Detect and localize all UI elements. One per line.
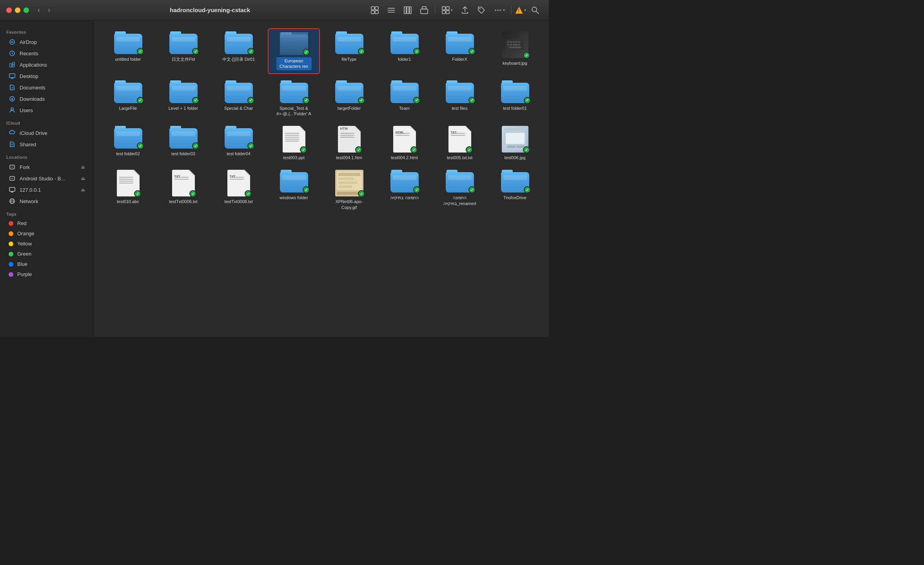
svg-rect-10 bbox=[421, 9, 428, 14]
list-item[interactable]: ✓ Special_Test & #+-@,(...'Folder' A bbox=[268, 77, 320, 120]
more-button[interactable] bbox=[490, 4, 508, 16]
localhost-eject[interactable]: ⏏ bbox=[81, 187, 85, 193]
list-item[interactable]: ✓ TriofoxDrive bbox=[489, 167, 541, 213]
sync-badge: ✓ bbox=[523, 52, 530, 59]
list-item[interactable]: ✓ test folder04 bbox=[212, 123, 265, 164]
close-button[interactable] bbox=[6, 7, 12, 13]
sync-badge: ✓ bbox=[303, 186, 310, 193]
sidebar-item-fork[interactable]: Fork ⏏ bbox=[2, 162, 91, 173]
doc-icon-wrapper: TXT ✓ bbox=[227, 170, 250, 196]
list-item[interactable]: ✓ test010.abc bbox=[102, 167, 154, 213]
downloads-icon bbox=[9, 95, 16, 102]
svg-rect-46 bbox=[510, 41, 512, 43]
share-button[interactable] bbox=[457, 4, 472, 16]
list-item[interactable]: ✓ התמונה בתיקייה_renamed bbox=[434, 167, 486, 213]
svg-rect-45 bbox=[507, 41, 509, 43]
sidebar-item-airdrop[interactable]: AirDrop bbox=[2, 36, 91, 47]
sidebar-item-tag-purple[interactable]: Purple bbox=[2, 269, 91, 279]
tag-button[interactable] bbox=[474, 4, 489, 16]
list-item[interactable]: HTM ✓ test004.1.htm bbox=[323, 123, 375, 164]
sidebar-item-documents[interactable]: Documents bbox=[2, 82, 91, 93]
list-item[interactable]: ✓ test folder02 bbox=[102, 123, 154, 164]
list-item[interactable]: ✓ XPNet06-apo-Copy.gif bbox=[323, 167, 375, 213]
minimize-button[interactable] bbox=[15, 7, 20, 13]
file-name: Special & Char bbox=[224, 105, 253, 111]
sidebar-item-tag-green[interactable]: Green bbox=[2, 249, 91, 259]
list-item[interactable]: ✓ Team bbox=[378, 77, 430, 120]
view-grid-button[interactable] bbox=[367, 4, 382, 16]
downloads-label: Downloads bbox=[20, 96, 85, 102]
file-browser-content[interactable]: ✓ untitled folder ✓ 日文文件Fld bbox=[94, 20, 549, 337]
sidebar-item-downloads[interactable]: Downloads bbox=[2, 93, 91, 104]
svg-rect-49 bbox=[518, 41, 520, 43]
svg-rect-26 bbox=[9, 74, 15, 78]
list-item[interactable]: TXT ✓ test005.txt.txt bbox=[434, 123, 486, 164]
list-item[interactable]: ✓ European Characters ren bbox=[268, 28, 320, 74]
view-list-button[interactable] bbox=[384, 4, 399, 16]
folder-icon-wrapper: ✓ bbox=[169, 80, 198, 103]
list-item[interactable]: HTML ✓ test004.2.html bbox=[378, 123, 430, 164]
sidebar-item-shared[interactable]: Shared bbox=[2, 139, 91, 150]
list-item[interactable]: ✓ LargeFile bbox=[102, 77, 154, 120]
list-item[interactable]: ✓ 日文文件Fld bbox=[157, 28, 209, 74]
file-name: test003.ppt bbox=[283, 155, 304, 160]
list-item[interactable]: ✓ test folder01 bbox=[489, 77, 541, 120]
recents-label: Recents bbox=[20, 51, 85, 56]
sidebar-item-desktop[interactable]: Desktop bbox=[2, 71, 91, 82]
sync-badge: ✓ bbox=[413, 186, 420, 193]
sidebar-item-tag-orange[interactable]: Orange bbox=[2, 229, 91, 238]
list-item[interactable]: ✓ windows folder bbox=[268, 167, 320, 213]
list-item[interactable]: ✓ test folder03 bbox=[157, 123, 209, 164]
group-button[interactable] bbox=[438, 4, 456, 16]
list-item[interactable]: TXT ✓ testTxt0008.txt bbox=[212, 167, 265, 213]
fork-eject[interactable]: ⏏ bbox=[81, 164, 85, 170]
svg-rect-11 bbox=[422, 7, 426, 9]
sidebar-item-users[interactable]: Users bbox=[2, 105, 91, 116]
list-item[interactable]: ✓ test files bbox=[434, 77, 486, 120]
list-item[interactable]: TXT ✓ testTxt0006.txt bbox=[157, 167, 209, 213]
sidebar-item-tag-yellow[interactable]: Yellow bbox=[2, 239, 91, 249]
list-item[interactable]: ✓ 中文-[]目录 Dir01 bbox=[212, 28, 265, 74]
list-item[interactable]: ✓ Special & Char bbox=[212, 77, 265, 120]
list-item[interactable]: ✓ test003.ppt bbox=[268, 123, 320, 164]
sidebar-item-recents[interactable]: Recents bbox=[2, 48, 91, 59]
list-item[interactable]: ✓ FolderX bbox=[434, 28, 486, 74]
sidebar-item-android-studio[interactable]: Android Studio - B... ⏏ bbox=[2, 173, 91, 184]
list-item[interactable]: ✓ test006.jpg bbox=[489, 123, 541, 164]
sidebar-item-localhost[interactable]: 127.0.0.1 ⏏ bbox=[2, 184, 91, 195]
svg-rect-58 bbox=[507, 145, 515, 148]
doc-badge: TXT bbox=[451, 131, 457, 134]
list-item[interactable]: ✓ folder1 bbox=[378, 28, 430, 74]
doc-badge: TXT bbox=[230, 174, 236, 178]
list-item[interactable]: ✓ untitled folder bbox=[102, 28, 154, 74]
search-button[interactable] bbox=[528, 4, 543, 16]
svg-rect-53 bbox=[518, 44, 520, 45]
tag-yellow-label: Yellow bbox=[17, 241, 85, 247]
sidebar-item-tag-blue[interactable]: Blue bbox=[2, 259, 91, 269]
sidebar-item-network[interactable]: Network bbox=[2, 196, 91, 207]
sidebar-item-tag-red[interactable]: Red bbox=[2, 218, 91, 228]
warning-button[interactable]: ! ▾ bbox=[515, 6, 526, 14]
folder-icon-wrapper: ✓ bbox=[280, 170, 308, 193]
svg-rect-65 bbox=[338, 185, 352, 188]
view-gallery-button[interactable] bbox=[417, 4, 432, 16]
list-item[interactable]: ✓ התמונה בתיקייה bbox=[378, 167, 430, 213]
svg-rect-48 bbox=[516, 41, 517, 43]
icloud-drive-icon bbox=[9, 129, 16, 136]
list-item[interactable]: ✓ Level + 1 folder bbox=[157, 77, 209, 120]
sidebar-item-applications[interactable]: Applications bbox=[2, 59, 91, 70]
view-columns-button[interactable] bbox=[400, 4, 415, 16]
file-name: test006.jpg bbox=[505, 155, 526, 160]
sidebar-item-icloud-drive[interactable]: iCloud Drive bbox=[2, 127, 91, 138]
folder-icon-wrapper: ✓ bbox=[114, 80, 142, 103]
zoom-button[interactable] bbox=[24, 7, 29, 13]
list-item[interactable]: ✓ targetFolder bbox=[323, 77, 375, 120]
forward-button[interactable]: › bbox=[45, 4, 53, 16]
list-item[interactable]: ✓ fileType bbox=[323, 28, 375, 74]
sync-badge: ✓ bbox=[524, 97, 531, 104]
svg-rect-57 bbox=[506, 130, 525, 133]
file-name: התמונה בתיקייה bbox=[390, 195, 418, 200]
android-eject[interactable]: ⏏ bbox=[81, 176, 85, 181]
back-button[interactable]: ‹ bbox=[35, 4, 42, 16]
list-item[interactable]: ✓ keyboard.jpg bbox=[489, 28, 541, 74]
